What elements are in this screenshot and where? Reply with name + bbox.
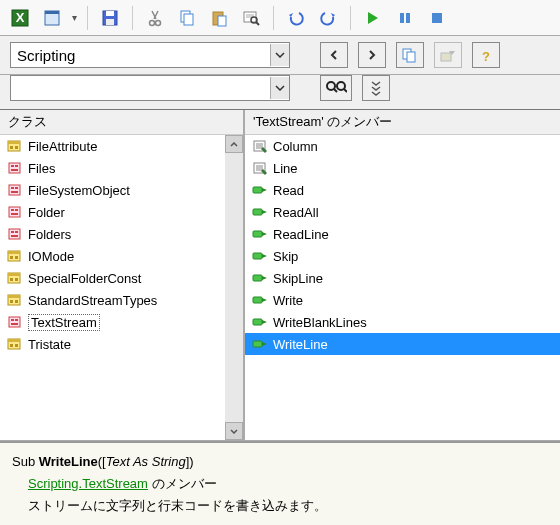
- undo-icon[interactable]: [284, 6, 308, 30]
- member-item[interactable]: Line: [245, 157, 560, 179]
- dropdown-button-icon[interactable]: [270, 44, 289, 66]
- svg-rect-23: [441, 53, 451, 61]
- class-label: Folder: [28, 205, 65, 220]
- svg-rect-50: [8, 251, 20, 254]
- member-item[interactable]: Read: [245, 179, 560, 201]
- svg-rect-51: [10, 256, 13, 259]
- member-item[interactable]: Skip: [245, 245, 560, 267]
- svg-point-8: [156, 20, 161, 25]
- svg-text:?: ?: [482, 49, 490, 64]
- svg-point-25: [327, 82, 335, 90]
- member-item[interactable]: ReadLine: [245, 223, 560, 245]
- view-definition-button[interactable]: [434, 42, 462, 68]
- paste-icon[interactable]: [207, 6, 231, 30]
- member-label: SkipLine: [273, 271, 323, 286]
- nav-forward-button[interactable]: [358, 42, 386, 68]
- svg-rect-66: [8, 339, 20, 342]
- class-label: TextStream: [28, 314, 100, 331]
- class-icon: [6, 182, 24, 198]
- svg-rect-58: [8, 295, 20, 298]
- class-label: StandardStreamTypes: [28, 293, 157, 308]
- svg-rect-81: [253, 275, 262, 281]
- class-label: SpecialFolderConst: [28, 271, 141, 286]
- class-item[interactable]: SpecialFolderConst: [0, 267, 225, 289]
- redo-icon[interactable]: [316, 6, 340, 30]
- svg-rect-40: [11, 191, 18, 193]
- enum-icon: [6, 138, 24, 154]
- svg-rect-20: [432, 13, 442, 23]
- class-item[interactable]: StandardStreamTypes: [0, 289, 225, 311]
- svg-line-28: [344, 89, 347, 92]
- pause-icon[interactable]: [393, 6, 417, 30]
- save-icon[interactable]: [98, 6, 122, 30]
- member-item[interactable]: Write: [245, 289, 560, 311]
- svg-rect-46: [11, 231, 14, 233]
- svg-rect-59: [10, 300, 13, 303]
- copy-info-button[interactable]: [396, 42, 424, 68]
- class-icon: [6, 160, 24, 176]
- scroll-up-icon[interactable]: [225, 135, 243, 153]
- member-label: WriteLine: [273, 337, 328, 352]
- class-label: Files: [28, 161, 55, 176]
- classes-panel: クラス FileAttributeFilesFileSystemObjectFo…: [0, 110, 245, 440]
- class-item[interactable]: Files: [0, 157, 225, 179]
- svg-rect-19: [406, 13, 410, 23]
- member-item[interactable]: WriteLine: [245, 333, 560, 355]
- library-input[interactable]: [11, 45, 270, 66]
- member-label: WriteBlankLines: [273, 315, 367, 330]
- class-item[interactable]: IOMode: [0, 245, 225, 267]
- svg-rect-5: [106, 11, 114, 16]
- method-icon: [251, 270, 269, 286]
- param: Text As String: [106, 454, 186, 469]
- class-item[interactable]: Folders: [0, 223, 225, 245]
- svg-rect-78: [253, 209, 262, 215]
- class-label: FileSystemObject: [28, 183, 130, 198]
- prop-icon: [251, 160, 269, 176]
- member-item[interactable]: WriteBlankLines: [245, 311, 560, 333]
- cut-icon[interactable]: [143, 6, 167, 30]
- class-item[interactable]: Tristate: [0, 333, 225, 355]
- svg-rect-63: [15, 319, 18, 321]
- svg-rect-34: [11, 165, 14, 167]
- stop-icon[interactable]: [425, 6, 449, 30]
- library-dropdown[interactable]: [10, 42, 290, 68]
- help-button[interactable]: ?: [472, 42, 500, 68]
- run-icon[interactable]: [361, 6, 385, 30]
- svg-rect-62: [11, 319, 14, 321]
- find-icon[interactable]: [239, 6, 263, 30]
- search-row: [0, 75, 560, 110]
- class-item[interactable]: Folder: [0, 201, 225, 223]
- class-item[interactable]: TextStream: [0, 311, 225, 333]
- svg-rect-33: [9, 163, 20, 173]
- class-label: FileAttribute: [28, 139, 97, 154]
- dropdown-button-icon[interactable]: [270, 77, 289, 99]
- class-item[interactable]: FileAttribute: [0, 135, 225, 157]
- search-dropdown[interactable]: [10, 75, 290, 101]
- scroll-down-icon[interactable]: [225, 422, 243, 440]
- enum-icon: [6, 336, 24, 352]
- member-item[interactable]: SkipLine: [245, 267, 560, 289]
- parent-link[interactable]: Scripting.TextStream: [28, 476, 148, 491]
- method-icon: [251, 336, 269, 352]
- classes-list: FileAttributeFilesFileSystemObjectFolder…: [0, 135, 243, 440]
- expand-button[interactable]: [362, 75, 390, 101]
- search-input[interactable]: [11, 78, 270, 98]
- enum-icon: [6, 270, 24, 286]
- members-panel: 'TextStream' のメンバー ColumnLineReadReadAll…: [245, 110, 560, 440]
- search-button[interactable]: [320, 75, 352, 101]
- svg-rect-37: [9, 185, 20, 195]
- copy-icon[interactable]: [175, 6, 199, 30]
- svg-rect-67: [10, 344, 13, 347]
- class-item[interactable]: FileSystemObject: [0, 179, 225, 201]
- member-item[interactable]: ReadAll: [245, 201, 560, 223]
- svg-line-26: [334, 89, 337, 92]
- nav-back-button[interactable]: [320, 42, 348, 68]
- svg-rect-79: [253, 231, 262, 237]
- svg-rect-64: [11, 323, 18, 325]
- scrollbar[interactable]: [225, 135, 243, 440]
- form-icon[interactable]: [40, 6, 64, 30]
- excel-icon[interactable]: X: [8, 6, 32, 30]
- svg-point-7: [150, 20, 155, 25]
- member-item[interactable]: Column: [245, 135, 560, 157]
- class-label: Tristate: [28, 337, 71, 352]
